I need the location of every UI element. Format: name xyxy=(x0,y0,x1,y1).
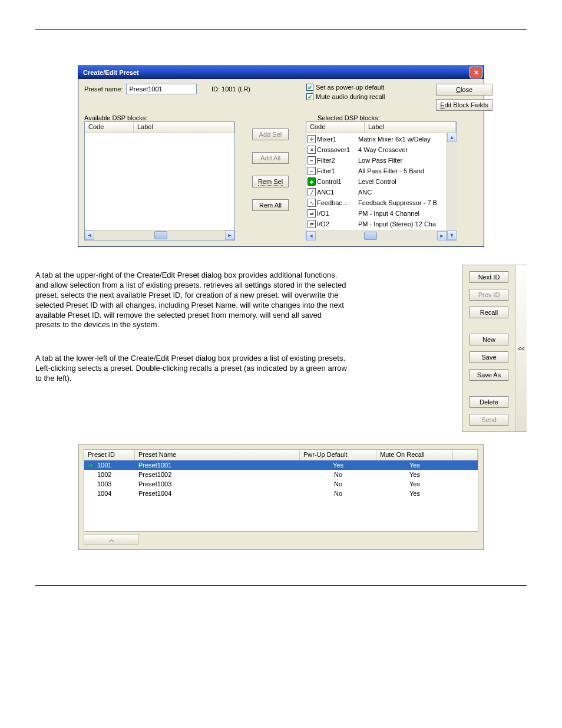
description-paragraph-2: A tab at the lower-left of the Create/Ed… xyxy=(35,354,348,384)
crossover-icon: ✕ xyxy=(308,146,316,154)
list-item[interactable]: ∿Feedbac...Feedback Suppressor - 7 B xyxy=(306,197,447,208)
edit-block-fields-button[interactable]: Edit Block Fields xyxy=(436,99,492,111)
pwr-up-default: No xyxy=(300,490,376,497)
close-button[interactable]: Close xyxy=(436,84,492,95)
scroll-left-icon[interactable]: ◄ xyxy=(85,230,94,240)
io-icon: ⇄ xyxy=(308,209,316,218)
block-code: I/O2 xyxy=(317,220,358,228)
block-code: Feedbac... xyxy=(317,199,358,206)
h-scrollbar[interactable]: ◄ ► xyxy=(85,230,234,240)
mute-on-recall: Yes xyxy=(376,471,453,478)
table-row[interactable]: 1003Preset1003NoYes xyxy=(84,479,478,489)
list-item[interactable]: ⌐Filter1All Pass Filter - 5 Band xyxy=(306,166,447,176)
block-label: Matrix Mixer 6x1 w/Delay xyxy=(358,136,445,143)
checkbox-checked-icon: ✔ xyxy=(306,93,313,100)
active-arrow-icon: ➔ xyxy=(84,462,94,469)
block-code: Crossover1 xyxy=(317,146,358,153)
list-item[interactable]: ✕Crossover14 Way Crossover xyxy=(306,144,447,155)
feedback-icon: ∿ xyxy=(308,199,316,207)
selected-blocks-label: Selected DSP blocks: xyxy=(318,114,468,121)
next-id-button[interactable]: Next ID xyxy=(470,271,508,283)
col-label: Label xyxy=(365,122,456,133)
col-code: Code xyxy=(306,122,365,133)
preset-id: 1004 xyxy=(94,490,135,497)
block-code: ANC1 xyxy=(317,189,358,196)
block-label: Low Pass Filter xyxy=(358,157,445,164)
filter-icon: ⌐ xyxy=(308,167,316,175)
preset-actions-panel: Next IDPrev IDRecallNewSaveSave AsDelete… xyxy=(462,265,527,432)
v-scrollbar[interactable]: ▲ ▼ xyxy=(447,133,457,240)
col-preset-id: Preset ID xyxy=(84,450,135,460)
collapse-tab[interactable]: << xyxy=(515,265,527,431)
preset-table[interactable]: Preset ID Preset Name Pwr-Up Default Mut… xyxy=(84,449,478,532)
preset-name-input[interactable] xyxy=(126,84,197,94)
list-item[interactable]: ⌐Filter2Low Pass Filter xyxy=(306,155,447,166)
list-item[interactable]: ╱ANC1ANC xyxy=(306,187,447,197)
description-paragraph-1: A tab at the upper-right of the Create/E… xyxy=(35,271,348,330)
mixer-icon: ✢ xyxy=(308,135,316,143)
preset-id: 1001 xyxy=(94,462,135,469)
powerup-default-checkbox[interactable]: ✔ Set as power-up default xyxy=(306,84,418,91)
block-code: Filter1 xyxy=(317,167,358,174)
scroll-left-icon[interactable]: ◄ xyxy=(306,231,316,241)
scroll-right-icon[interactable]: ► xyxy=(225,230,234,240)
block-label: PM - Input 4 Channel xyxy=(358,210,445,217)
preset-list-panel: Preset ID Preset Name Pwr-Up Default Mut… xyxy=(78,444,484,550)
table-row[interactable]: 1002Preset1002NoYes xyxy=(84,470,478,479)
expand-tab[interactable]: ︽ xyxy=(84,534,139,545)
close-icon[interactable]: ✕ xyxy=(470,67,482,78)
new-button[interactable]: New xyxy=(470,334,508,345)
add-sel-button[interactable]: Add Sel xyxy=(252,129,289,140)
mute-on-recall: Yes xyxy=(376,462,453,469)
pwr-up-default: No xyxy=(300,471,376,478)
recall-button[interactable]: Recall xyxy=(470,307,508,318)
block-code: Mixer1 xyxy=(317,136,358,143)
list-item[interactable]: ⇄I/O1PM - Input 4 Channel xyxy=(306,208,447,219)
scroll-up-icon[interactable]: ▲ xyxy=(447,133,457,142)
pwr-up-default: No xyxy=(300,480,376,487)
scroll-down-icon[interactable]: ▼ xyxy=(447,230,457,240)
block-code: Filter2 xyxy=(317,157,358,164)
col-mute-recall: Mute On Recall xyxy=(376,450,453,460)
preset-name: Preset1001 xyxy=(135,462,300,469)
preset-id-label: ID: 1001 (LR) xyxy=(211,84,303,93)
prev-id-button[interactable]: Prev ID xyxy=(470,289,508,301)
preset-name-label: Preset name: xyxy=(84,85,123,93)
mute-during-recall-checkbox[interactable]: ✔ Mute audio during recall xyxy=(306,93,418,100)
rem-all-button[interactable]: Rem All xyxy=(252,199,289,211)
table-row[interactable]: 1004Preset1004NoYes xyxy=(84,489,478,498)
list-item[interactable]: ◆Control1Level Control xyxy=(306,176,447,187)
h-scrollbar[interactable]: ◄ ► xyxy=(306,230,447,241)
send-button[interactable]: Send xyxy=(470,414,508,426)
preset-id: 1002 xyxy=(94,471,135,478)
col-code: Code xyxy=(85,122,134,133)
block-label: Level Control xyxy=(358,178,445,185)
save-button[interactable]: Save xyxy=(470,351,508,363)
delete-button[interactable]: Delete xyxy=(470,396,508,408)
dialog-titlebar[interactable]: Create/Edit Preset ✕ xyxy=(78,66,484,79)
mute-on-recall: Yes xyxy=(376,480,453,487)
add-all-button[interactable]: Add All xyxy=(252,152,289,164)
anc-icon: ╱ xyxy=(308,188,316,196)
col-label: Label xyxy=(134,122,234,133)
filter-icon: ⌐ xyxy=(308,156,316,164)
available-blocks-list[interactable]: Code Label ◄ ► xyxy=(84,121,235,241)
checkbox-checked-icon: ✔ xyxy=(306,84,313,91)
block-label: ANC xyxy=(358,189,445,196)
dialog-title: Create/Edit Preset xyxy=(83,69,470,76)
block-label: 4 Way Crossover xyxy=(358,146,445,153)
preset-name: Preset1002 xyxy=(135,471,300,478)
table-row[interactable]: ➔1001Preset1001YesYes xyxy=(84,460,478,470)
list-item[interactable]: ⇄I/O2PM - Input (Stereo) 12 Cha xyxy=(306,219,447,229)
io-icon: ⇄ xyxy=(308,220,316,228)
block-label: All Pass Filter - 5 Band xyxy=(358,167,445,174)
rem-sel-button[interactable]: Rem Sel xyxy=(252,176,289,187)
available-blocks-label: Available DSP blocks: xyxy=(84,114,235,121)
block-code: I/O1 xyxy=(317,210,358,217)
selected-blocks-list[interactable]: Code Label ✢Mixer1Matrix Mixer 6x1 w/Del… xyxy=(306,121,457,241)
preset-id: 1003 xyxy=(94,480,135,487)
pwr-up-default: Yes xyxy=(300,462,376,469)
scroll-right-icon[interactable]: ► xyxy=(437,231,447,241)
list-item[interactable]: ✢Mixer1Matrix Mixer 6x1 w/Delay xyxy=(306,134,447,144)
save-as-button[interactable]: Save As xyxy=(470,369,508,381)
